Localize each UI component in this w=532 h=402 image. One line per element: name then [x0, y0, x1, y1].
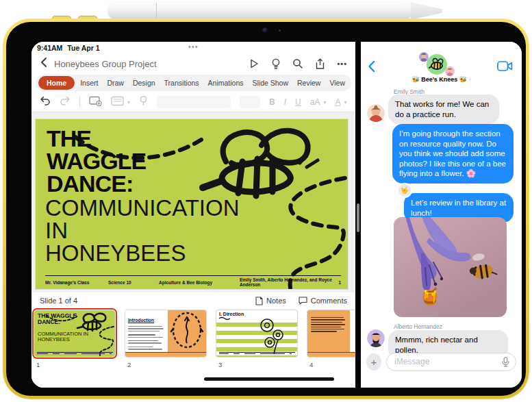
- back-icon[interactable]: [40, 57, 47, 71]
- slide-subtitle-text[interactable]: COMMUNICATION IN HONEYBEES: [45, 197, 240, 264]
- thumbnail-2-diagram-side: [168, 310, 206, 352]
- tab-design[interactable]: Design: [129, 79, 159, 87]
- messages-back-icon[interactable]: [368, 60, 375, 75]
- thumbnail-2-footer: [125, 352, 206, 357]
- add-attachment-button[interactable]: +: [366, 353, 381, 370]
- home-indicator[interactable]: [204, 377, 334, 381]
- underline-button[interactable]: U: [295, 97, 301, 107]
- present-play-icon[interactable]: [249, 58, 259, 69]
- font-size-field[interactable]: [240, 96, 260, 108]
- thumbnail-3-heading: I. Direction: [219, 312, 244, 316]
- ribbon-tab-bar: Home Insert Draw Design Transitions Anim…: [36, 75, 351, 91]
- dictation-mic-icon[interactable]: [502, 357, 509, 367]
- font-color-chevron-icon: ▾: [344, 99, 346, 105]
- italic-button[interactable]: I: [284, 97, 286, 107]
- slide-subtitle-line-3: HONEYBEES: [45, 242, 240, 264]
- mic-dot: [279, 29, 281, 32]
- comments-icon: [299, 297, 307, 305]
- slide-1-editor[interactable]: THE WAGGLE DANCE: COMMUNICATION IN HONEY…: [36, 119, 348, 289]
- group-member-avatar-2: [445, 66, 455, 76]
- designer-lightbulb-icon[interactable]: [271, 58, 281, 70]
- powerpoint-title-bar: Honeybees Group Project: [31, 54, 355, 73]
- font-color-button[interactable]: A: [335, 97, 340, 107]
- layout-chevron-icon: ▾: [127, 99, 130, 105]
- redo-icon[interactable]: [60, 96, 71, 108]
- split-view-drag-handle[interactable]: [357, 203, 359, 232]
- thumbnail-4-diagram-side: [350, 310, 355, 352]
- message-bubble-emily: That works for me! We can do a practice …: [388, 95, 499, 124]
- footer-page-number: 1: [334, 280, 341, 285]
- tab-draw[interactable]: Draw: [103, 79, 127, 87]
- group-avatar-bee[interactable]: [427, 54, 447, 75]
- tab-slideshow[interactable]: Slide Show: [249, 79, 292, 87]
- more-options-icon[interactable]: •••: [337, 60, 347, 68]
- thumbnail-2-heading: Introduction: [128, 318, 154, 323]
- slide-title-line-2: WAGGLE: [47, 150, 146, 173]
- text-size-button[interactable]: aA: [310, 97, 320, 107]
- group-name-button[interactable]: 🐝 Bee’s Knees 🐝 ›: [361, 76, 522, 83]
- tab-review[interactable]: Review: [294, 79, 324, 87]
- thumbnail-slide-2[interactable]: Introduction: [125, 310, 206, 368]
- new-slide-icon[interactable]: [89, 96, 102, 109]
- thumbnail-1-subtitle: COMMUNICATION IN HONEYBEES: [38, 331, 91, 342]
- message-compose-row: +: [366, 351, 516, 372]
- slide-title-line-3: DANCE:: [47, 173, 146, 195]
- ipad-bezel: 9:41AMTue Apr 1 ••• Honeybees Group Proj…: [6, 22, 526, 396]
- thumbnail-2-text-side: Introduction: [125, 310, 168, 352]
- thumbnail-number: 2: [127, 361, 206, 368]
- text-size-chevron-icon: ▾: [323, 99, 326, 105]
- messages-app-pane: ••• 100%: [361, 42, 522, 388]
- front-camera: [262, 27, 268, 34]
- thumbnail-3-footer: [219, 352, 295, 354]
- tab-insert[interactable]: Insert: [77, 79, 101, 87]
- powerpoint-app-pane: 9:41AMTue Apr 1 ••• Honeybees Group Proj…: [31, 42, 355, 388]
- comments-button[interactable]: Comments: [299, 297, 347, 305]
- imessage-input[interactable]: [393, 356, 502, 367]
- group-chevron-icon: ›: [469, 76, 471, 83]
- thumbnail-number: 3: [218, 361, 297, 368]
- footer-subject: Apiculture & Bee Biology: [159, 280, 240, 285]
- tapback-reaction[interactable]: 🤟: [397, 183, 412, 198]
- thumbnail-slide-1[interactable]: THE WAGGLE DANCE: COMMUNICATION IN HONEY…: [34, 310, 115, 368]
- avatar-emily: [367, 104, 385, 122]
- slide-title-line-1: THE: [47, 127, 146, 150]
- ipad-screen: 9:41AMTue Apr 1 ••• Honeybees Group Proj…: [31, 42, 522, 388]
- multitask-handle-left[interactable]: •••: [31, 43, 355, 51]
- layout-icon[interactable]: [111, 96, 124, 109]
- toolbar-divider: [79, 97, 80, 108]
- footer-authors: Emily Smith, Alberto Hernandez, and Royc…: [240, 277, 334, 287]
- thumbnail-slide-3[interactable]: I. Direction: [216, 310, 297, 368]
- screenshot-stage: 9:41AMTue Apr 1 ••• Honeybees Group Proj…: [0, 0, 532, 402]
- search-icon[interactable]: [292, 58, 303, 69]
- bold-button[interactable]: B: [269, 97, 275, 107]
- apple-pencil-tip: [411, 2, 442, 20]
- tab-home[interactable]: Home: [38, 76, 75, 90]
- document-title: Honeybees Group Project: [54, 59, 249, 69]
- photo-attachment-bee-flower[interactable]: 🍯: [394, 217, 507, 317]
- undo-icon[interactable]: [40, 96, 51, 108]
- font-name-field[interactable]: [157, 96, 231, 108]
- ipad-device-frame: 9:41AMTue Apr 1 ••• Honeybees Group Proj…: [3, 18, 529, 399]
- apple-pencil-seam: [156, 3, 157, 19]
- messages-header: 🐝 Bee’s Knees 🐝 ›: [361, 42, 522, 87]
- slide-status-row: Slide 1 of 4 Notes Comments: [31, 292, 355, 309]
- thumbnail-slide-4[interactable]: 4: [307, 310, 355, 368]
- thumbnail-1-footer: [37, 352, 113, 354]
- footer-course: Science 10: [108, 280, 159, 285]
- laser-pointer-icon[interactable]: [139, 96, 148, 109]
- share-icon[interactable]: [315, 58, 325, 70]
- notes-button[interactable]: Notes: [255, 297, 286, 305]
- honey-pot-sticker: 🍯: [420, 288, 440, 305]
- titlebar-actions: •••: [249, 58, 347, 70]
- tab-animations[interactable]: Animations: [205, 79, 247, 87]
- avatar-alberto: [367, 329, 385, 347]
- facetime-video-icon[interactable]: [497, 61, 513, 74]
- message-bubble-me-1: I’m going through the section on resourc…: [392, 124, 514, 184]
- imessage-input-wrap[interactable]: [386, 353, 516, 371]
- sender-label-alberto: Alberto Hernandez: [394, 323, 442, 330]
- formatting-toolbar: ▾ B I U aA▾ A▾: [31, 92, 355, 112]
- tab-view[interactable]: View: [326, 79, 349, 87]
- tab-transitions[interactable]: Transitions: [161, 79, 203, 87]
- footer-class: Mr. Vidanage’s Class: [45, 280, 108, 285]
- slide-title-text[interactable]: THE WAGGLE DANCE:: [47, 127, 146, 195]
